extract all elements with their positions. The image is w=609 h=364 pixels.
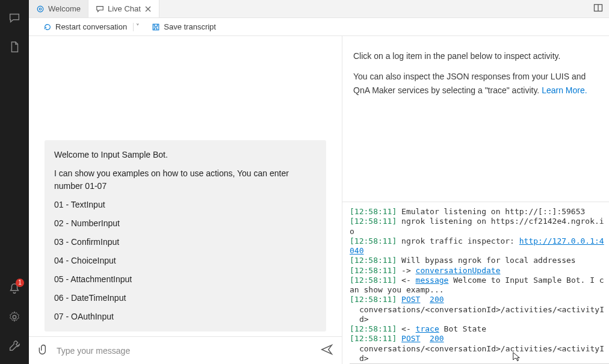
close-icon[interactable] bbox=[144, 5, 152, 13]
bot-option: 01 - TextInput bbox=[54, 199, 317, 211]
log-link[interactable]: POST bbox=[401, 295, 420, 304]
bot-option: 05 - AttachmentInput bbox=[54, 273, 317, 286]
workspace: Welcome to Input Sample Bot. I can show … bbox=[29, 36, 609, 364]
log-line[interactable]: conversations/<conversationId>/activitie… bbox=[350, 344, 609, 364]
main: Welcome Live Chat Restart conversation bbox=[29, 0, 609, 364]
svg-point-0 bbox=[13, 315, 16, 319]
toolbar: Restart conversation ˅ Save transcript bbox=[29, 18, 609, 36]
svg-point-2 bbox=[39, 8, 42, 10]
log-line[interactable]: [12:58:11] Will bypass ngrok for local a… bbox=[350, 256, 609, 265]
activity-notifications-icon[interactable]: 1 bbox=[0, 275, 29, 301]
activity-bar: 1 bbox=[0, 0, 29, 364]
inspector-line1: Click on a log item in the panel below t… bbox=[353, 49, 598, 63]
bot-option: 02 - NumberInput bbox=[54, 217, 317, 230]
log-line[interactable]: [12:58:11] ngrok traffic inspector: http… bbox=[350, 236, 609, 256]
tab-livechat[interactable]: Live Chat bbox=[88, 0, 159, 17]
attachment-icon[interactable] bbox=[37, 344, 49, 357]
inspector-line2: You can also inspect the JSON responses … bbox=[353, 70, 598, 97]
bot-message-bubble[interactable]: Welcome to Input Sample Bot. I can show … bbox=[45, 140, 326, 332]
bot-description: I can show you examples on how to use ac… bbox=[54, 167, 317, 193]
activity-document-icon[interactable] bbox=[0, 34, 29, 60]
log-link[interactable]: message bbox=[416, 276, 449, 285]
svg-point-1 bbox=[37, 6, 43, 12]
send-icon[interactable] bbox=[320, 343, 333, 358]
activity-settings-icon[interactable] bbox=[0, 304, 29, 330]
log-line[interactable]: [12:58:11] ngrok listening on https://cf… bbox=[350, 217, 609, 236]
chat-pane: Welcome to Input Sample Bot. I can show … bbox=[29, 36, 342, 364]
log-link[interactable]: 200 bbox=[430, 334, 444, 343]
tab-welcome[interactable]: Welcome bbox=[29, 0, 88, 17]
message-composer bbox=[29, 336, 342, 364]
log-link[interactable]: trace bbox=[416, 324, 439, 333]
tab-welcome-label: Welcome bbox=[48, 4, 81, 13]
bot-option: 03 - ConfirmInput bbox=[54, 236, 317, 248]
chat-icon bbox=[96, 5, 104, 13]
log-line[interactable]: [12:58:11] POST 200 bbox=[350, 295, 609, 304]
log-panel: [12:58:11] Emulator listening on http://… bbox=[342, 202, 609, 364]
log-link[interactable]: 200 bbox=[430, 295, 444, 304]
log-link[interactable]: conversationUpdate bbox=[416, 266, 501, 275]
bot-option: 04 - ChoiceInput bbox=[54, 254, 317, 267]
bot-option: 06 - DateTimeInput bbox=[54, 292, 317, 304]
log-line[interactable]: [12:58:11] <- message Welcome to Input S… bbox=[350, 276, 609, 295]
learn-more-link[interactable]: Learn More. bbox=[542, 85, 587, 95]
message-input[interactable] bbox=[57, 346, 313, 356]
chat-transcript: Welcome to Input Sample Bot. I can show … bbox=[29, 36, 342, 336]
save-label: Save transcript bbox=[164, 22, 216, 31]
bot-heading: Welcome to Input Sample Bot. bbox=[54, 149, 317, 161]
tab-bar: Welcome Live Chat bbox=[29, 0, 609, 18]
log-link[interactable]: POST bbox=[401, 334, 420, 343]
inspector-pane: Click on a log item in the panel below t… bbox=[342, 36, 609, 364]
save-transcript-button[interactable]: Save transcript bbox=[152, 22, 216, 31]
notification-badge: 1 bbox=[16, 279, 24, 287]
restart-button[interactable]: Restart conversation bbox=[43, 22, 127, 31]
log-line[interactable]: [12:58:11] <- trace Bot State bbox=[350, 324, 609, 334]
tab-livechat-label: Live Chat bbox=[108, 4, 141, 13]
inspector-info: Click on a log item in the panel below t… bbox=[342, 36, 609, 202]
bot-option: 07 - OAuthInput bbox=[54, 310, 317, 323]
log-line[interactable]: conversations/<conversationId>/activitie… bbox=[350, 305, 609, 325]
panel-layout-icon[interactable] bbox=[593, 3, 603, 14]
activity-chat-icon[interactable] bbox=[0, 5, 29, 31]
log-line[interactable]: [12:58:11] Emulator listening on http://… bbox=[350, 207, 609, 217]
svg-rect-4 bbox=[153, 24, 159, 30]
restart-label: Restart conversation bbox=[55, 22, 127, 31]
log-line[interactable]: [12:58:11] -> conversationUpdate bbox=[350, 266, 609, 276]
log-line[interactable]: [12:58:11] POST 200 bbox=[350, 334, 609, 344]
activity-tools-icon[interactable] bbox=[0, 333, 29, 359]
bot-icon bbox=[36, 5, 45, 13]
chevron-down-icon[interactable]: ˅ bbox=[133, 23, 142, 31]
